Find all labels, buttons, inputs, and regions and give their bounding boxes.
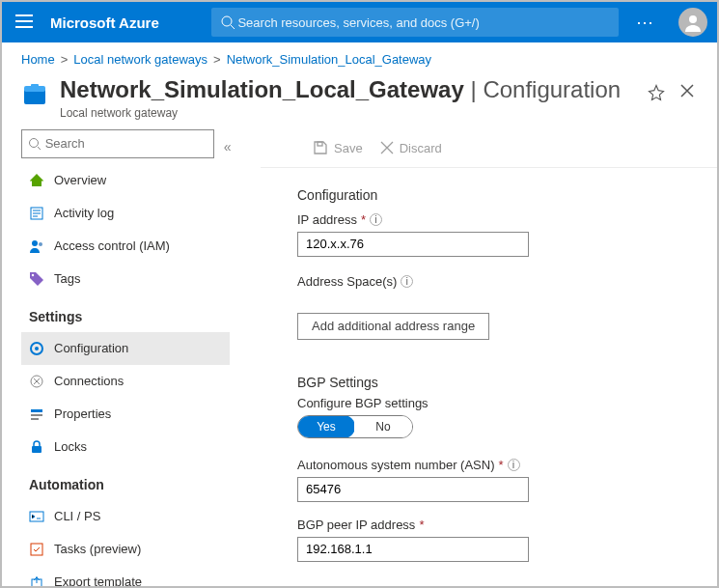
sidebar-item-label: Access control (IAM) <box>54 238 170 253</box>
svg-point-9 <box>32 274 34 276</box>
breadcrumb-current[interactable]: Network_Simulation_Local_Gateway <box>227 52 431 67</box>
save-label: Save <box>334 141 363 155</box>
global-header: Microsoft Azure ⋯ <box>2 2 717 42</box>
global-search-input[interactable] <box>237 15 609 30</box>
breadcrumb: Home > Local network gateways > Network_… <box>2 42 717 72</box>
info-icon[interactable]: i <box>508 459 520 471</box>
page-subtitle: Local network gateway <box>60 106 621 120</box>
sidebar-item-connections[interactable]: Connections <box>21 365 230 398</box>
svg-point-5 <box>30 138 39 147</box>
sidebar-item-label: Locks <box>54 439 87 454</box>
tasks-icon <box>29 542 44 557</box>
sidebar-item-label: Properties <box>54 406 111 421</box>
toggle-no[interactable]: No <box>354 416 412 437</box>
label-ip-address: IP address* i <box>297 212 717 227</box>
bgp-peer-ip-input[interactable] <box>297 537 529 562</box>
sidebar-item-label: Activity log <box>54 206 114 220</box>
info-icon[interactable]: i <box>370 213 382 226</box>
sidebar-item-iam[interactable]: Access control (IAM) <box>21 230 230 263</box>
discard-icon <box>380 141 394 154</box>
close-icon <box>680 84 694 98</box>
breadcrumb-home[interactable]: Home <box>21 52 55 67</box>
label-asn: Autonomous system number (ASN)* i <box>297 458 717 472</box>
svg-rect-14 <box>31 414 42 416</box>
sidebar-item-export[interactable]: Export template <box>21 566 230 588</box>
toolbar: Save Discard <box>261 129 717 168</box>
save-icon <box>313 140 328 155</box>
main-content: Configuration IP address* i Address Spac… <box>245 168 717 562</box>
toggle-yes[interactable]: Yes <box>297 415 355 438</box>
connections-icon <box>29 374 44 389</box>
add-address-range-button[interactable]: Add additional address range <box>297 313 489 340</box>
avatar[interactable] <box>678 8 707 37</box>
save-button[interactable]: Save <box>313 140 363 155</box>
search-icon <box>221 15 235 29</box>
svg-rect-15 <box>31 418 39 420</box>
svg-rect-20 <box>318 142 322 146</box>
chevron-right-icon: > <box>213 52 221 67</box>
properties-icon <box>29 406 44 422</box>
info-icon[interactable]: i <box>401 275 413 288</box>
page-header: Network_Simulation_Local_Gateway | Confi… <box>2 72 717 129</box>
section-title-bgp: BGP Settings <box>297 375 717 390</box>
asn-input[interactable] <box>297 477 529 502</box>
discard-label: Discard <box>400 141 442 155</box>
global-search[interactable] <box>211 8 619 37</box>
svg-rect-4 <box>31 84 39 88</box>
more-menu-icon[interactable]: ⋯ <box>632 12 659 33</box>
sidebar-item-label: CLI / PS <box>54 509 100 523</box>
svg-point-11 <box>35 347 39 350</box>
brand-label: Microsoft Azure <box>50 14 159 31</box>
overview-icon <box>29 173 44 188</box>
sidebar-item-overview[interactable]: Overview <box>21 164 230 197</box>
hamburger-icon[interactable] <box>12 11 37 35</box>
sidebar-item-cli[interactable]: CLI / PS <box>21 500 230 533</box>
svg-point-8 <box>39 242 42 246</box>
iam-icon <box>29 238 44 254</box>
lock-icon <box>29 439 44 455</box>
ip-address-input[interactable] <box>297 232 529 257</box>
svg-rect-18 <box>31 544 42 555</box>
label-bgp-peer-ip: BGP peer IP address* <box>297 518 717 532</box>
cli-icon <box>29 509 44 524</box>
sidebar-item-label: Overview <box>54 173 106 187</box>
sidebar-item-tags[interactable]: Tags <box>21 263 230 295</box>
star-icon <box>648 84 665 101</box>
breadcrumb-gateways[interactable]: Local network gateways <box>73 52 207 67</box>
sidebar-item-label: Configuration <box>54 341 128 355</box>
tags-icon <box>29 271 44 287</box>
sidebar-item-configuration[interactable]: Configuration <box>21 332 230 365</box>
sidebar-item-properties[interactable]: Properties <box>21 398 230 431</box>
sidebar-item-locks[interactable]: Locks <box>21 431 230 463</box>
gear-icon <box>29 341 44 356</box>
svg-rect-13 <box>31 409 42 412</box>
sidebar-section-automation: Automation <box>21 463 230 500</box>
sidebar-section-settings: Settings <box>21 295 230 332</box>
discard-button[interactable]: Discard <box>380 141 442 155</box>
user-icon <box>683 13 703 32</box>
sidebar-item-label: Tags <box>54 271 80 286</box>
sidebar-item-tasks[interactable]: Tasks (preview) <box>21 533 230 566</box>
sidebar-item-label: Export template <box>54 574 142 588</box>
svg-point-7 <box>32 240 38 246</box>
svg-point-0 <box>222 16 232 26</box>
export-icon <box>29 574 44 588</box>
resource-icon <box>21 82 48 109</box>
sidebar-search[interactable] <box>21 129 214 158</box>
activity-log-icon <box>29 206 44 221</box>
chevron-right-icon: > <box>61 52 69 67</box>
label-address-spaces: Address Space(s) i <box>297 274 717 289</box>
sidebar-item-activity[interactable]: Activity log <box>21 197 230 230</box>
sidebar-item-label: Connections <box>54 374 124 388</box>
collapse-sidebar-button[interactable]: « <box>224 139 232 154</box>
section-title-configuration: Configuration <box>297 187 717 203</box>
sidebar-item-label: Tasks (preview) <box>54 542 141 556</box>
sidebar: « Overview Activity log Access control (… <box>21 129 230 588</box>
search-icon <box>28 137 41 151</box>
close-button[interactable] <box>677 76 698 109</box>
label-configure-bgp: Configure BGP settings <box>297 396 717 410</box>
bgp-toggle[interactable]: Yes No <box>297 415 413 438</box>
svg-point-1 <box>689 15 697 23</box>
sidebar-search-input[interactable] <box>45 136 207 151</box>
favorite-button[interactable] <box>648 76 665 104</box>
